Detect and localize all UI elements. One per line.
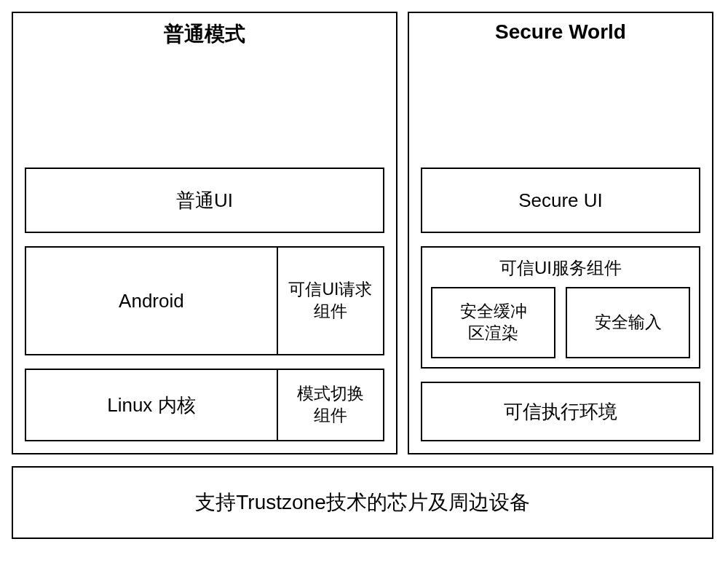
trusted-ui-request-label: 可信UI请求 组件 xyxy=(288,279,372,323)
tee-block: 可信执行环境 xyxy=(421,382,700,441)
secure-input-block: 安全输入 xyxy=(566,287,690,358)
android-block: Android xyxy=(25,246,277,355)
normal-world-title: 普通模式 xyxy=(25,13,384,54)
secure-ui-block: Secure UI xyxy=(421,168,700,233)
trusted-ui-service-title: 可信UI服务组件 xyxy=(431,253,690,287)
secure-buffer-render-block: 安全缓冲 区渲染 xyxy=(431,287,555,358)
normal-ui-block: 普通UI xyxy=(25,168,384,233)
secure-buffer-render-label: 安全缓冲 区渲染 xyxy=(460,301,527,345)
secure-world-box: Secure World Secure UI 可信UI服务组件 安全缓冲 区渲染… xyxy=(408,12,713,454)
trusted-ui-request-block: 可信UI请求 组件 xyxy=(277,246,384,355)
linux-kernel-block: Linux 内核 xyxy=(25,369,277,441)
worlds-row: 普通模式 普通UI Android 可信UI请求 组件 Linux 内核 模式切… xyxy=(12,12,716,454)
normal-mid-row: Android 可信UI请求 组件 xyxy=(25,246,384,355)
mode-switch-label: 模式切换 组件 xyxy=(297,383,364,427)
hardware-block: 支持Trustzone技术的芯片及周边设备 xyxy=(12,466,713,539)
mode-switch-block: 模式切换 组件 xyxy=(277,369,384,441)
trusted-ui-service-block: 可信UI服务组件 安全缓冲 区渲染 安全输入 xyxy=(421,246,700,369)
normal-world-box: 普通模式 普通UI Android 可信UI请求 组件 Linux 内核 模式切… xyxy=(12,12,397,454)
architecture-diagram: 普通模式 普通UI Android 可信UI请求 组件 Linux 内核 模式切… xyxy=(12,12,716,539)
trusted-ui-sub-row: 安全缓冲 区渲染 安全输入 xyxy=(431,287,690,358)
normal-bottom-row: Linux 内核 模式切换 组件 xyxy=(25,369,384,441)
secure-world-title: Secure World xyxy=(421,13,700,50)
